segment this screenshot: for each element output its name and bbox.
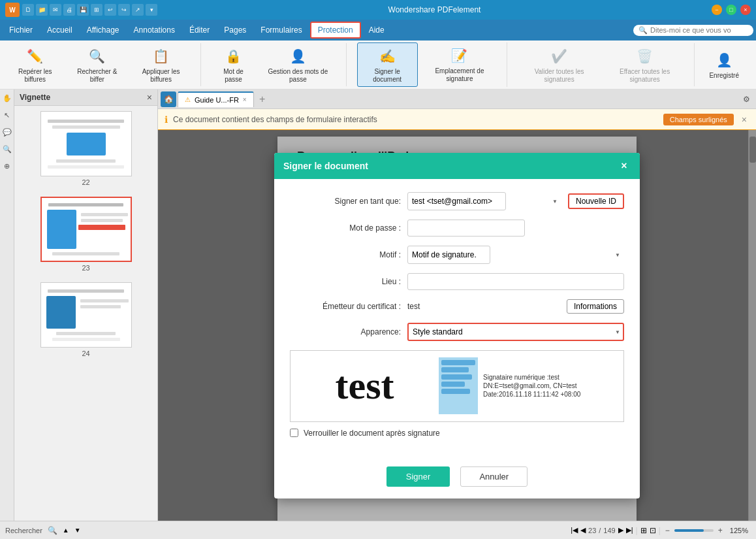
menu-annotations[interactable]: Annotations <box>127 23 181 37</box>
valider-signatures-button[interactable]: ✔️ Valider toutes les signatures <box>518 43 601 86</box>
fit-page-button[interactable]: ⊡ <box>650 526 656 535</box>
save-icon[interactable]: 💾 <box>77 4 89 16</box>
tab-label: Guide U...-FR <box>195 96 239 104</box>
minimize-button[interactable]: − <box>712 5 722 15</box>
tab-close-button[interactable]: × <box>243 96 247 103</box>
password-row: Mot de passe : <box>290 220 624 237</box>
menu-fichier[interactable]: Fichier <box>3 23 39 37</box>
signer-select[interactable]: test <tset@gmail.com> <box>407 192 506 210</box>
rechercher-biffer-label: Rechercher & biffer <box>72 68 123 84</box>
page-next-button[interactable]: ▶ <box>618 526 623 534</box>
emplacement-icon: 📝 <box>449 45 470 66</box>
enregistre-button[interactable]: 👤 Enregistré <box>705 47 743 82</box>
undo-icon[interactable]: ↩ <box>104 4 116 16</box>
tool-select[interactable]: ↖ <box>1 109 13 121</box>
scan-icon[interactable]: ⊞ <box>91 4 102 16</box>
page-prev-button[interactable]: ◀ <box>580 526 586 534</box>
menu-aide[interactable]: Aide <box>362 23 391 37</box>
emplacement-signature-button[interactable]: 📝 Emplacement de signature <box>420 42 499 87</box>
apparence-label-text: Apparence: <box>290 327 401 336</box>
tab-guide[interactable]: ⚠ Guide U...-FR × <box>178 91 254 107</box>
search-box[interactable]: 🔍 <box>633 25 753 36</box>
menu-editer[interactable]: Éditer <box>183 23 216 37</box>
print-icon[interactable]: 🖨 <box>63 4 75 16</box>
menu-affichage[interactable]: Affichage <box>80 23 126 37</box>
annuler-button[interactable]: Annuler <box>460 466 528 487</box>
thumbnail-panel: Vignette × 22 <box>14 90 158 521</box>
password-input[interactable] <box>407 220 525 237</box>
close-button[interactable]: × <box>740 5 751 15</box>
appliquer-biffures-button[interactable]: 📋 Appliquer les biffures <box>129 43 193 86</box>
lock-checkbox[interactable] <box>290 429 298 437</box>
sig-line1: Signataire numérique :test <box>483 374 618 381</box>
redo-icon[interactable]: ↪ <box>118 4 130 16</box>
thumb-img-22 <box>40 111 132 176</box>
menu-formulaires[interactable]: Formulaires <box>254 23 308 37</box>
thumbnail-page-22[interactable]: 22 <box>17 108 155 189</box>
fit-width-button[interactable]: ⊞ <box>640 526 647 535</box>
page-first-button[interactable]: |◀ <box>571 526 578 534</box>
thumbnail-close-button[interactable]: × <box>147 92 152 103</box>
rechercher-biffer-button[interactable]: 🔍 Rechercher & biffer <box>68 43 127 86</box>
tool-zoom[interactable]: ⊕ <box>1 160 13 172</box>
home-button[interactable]: 🏠 <box>161 91 176 107</box>
pdf-area: Personnaliser l'iPad ...accueil et en le… <box>158 130 756 521</box>
tool-search[interactable]: 🔍 <box>1 143 13 155</box>
share-icon[interactable]: ↗ <box>132 4 144 16</box>
dialog-overlay: Signer le document × Signer en tant que:… <box>158 130 756 521</box>
thumb-img-24 <box>40 282 132 348</box>
menu-protection[interactable]: Protection <box>310 22 361 39</box>
signer-document-button[interactable]: ✍️ Signer le document <box>357 42 418 87</box>
email-icon[interactable]: ✉ <box>50 4 61 16</box>
dropdown-icon[interactable]: ▾ <box>146 4 157 16</box>
status-bar: Rechercher 🔍 ▲ ▼ |◀ ◀ 23 / 149 ▶ ▶| | ⊞ … <box>0 521 756 539</box>
apparence-select[interactable]: Style standard <box>407 323 624 341</box>
effacer-signatures-button[interactable]: 🗑️ Effacer toutes les signatures <box>603 43 687 86</box>
menu-accueil[interactable]: Accueil <box>40 23 79 37</box>
appliquer-label: Appliquer les biffures <box>133 68 189 84</box>
zoom-slider[interactable] <box>674 529 714 532</box>
champs-surlignés-button[interactable]: Champs surlignés <box>663 114 734 125</box>
mot-de-passe-button[interactable]: 🔒 Mot de passe <box>212 43 255 86</box>
search-icon-status[interactable]: 🔍 <box>48 526 57 535</box>
dialog-title: Signer le document <box>283 161 368 171</box>
nouvelle-id-button[interactable]: Nouvelle ID <box>568 193 624 209</box>
sig-right-info: Signataire numérique :test DN:E=tset@gma… <box>478 368 623 403</box>
left-tools: ✋ ↖ 💬 🔍 ⊕ <box>0 90 14 521</box>
signer-button[interactable]: Signer <box>386 466 450 487</box>
zoom-in-button[interactable]: + <box>716 526 725 535</box>
rechercher-biffer-icon: 🔍 <box>87 46 108 67</box>
title-bar: W 🗋 📁 ✉ 🖨 💾 ⊞ ↩ ↪ ↗ ▾ Wondershare PDFele… <box>0 0 756 20</box>
window-controls: − □ × <box>712 5 751 15</box>
tool-hand[interactable]: ✋ <box>1 92 13 104</box>
reperer-biffures-button[interactable]: ✏️ Repérer les biffures <box>5 43 65 86</box>
page-last-button[interactable]: ▶| <box>626 526 633 534</box>
thumbnail-page-23[interactable]: 23 <box>17 194 155 274</box>
new-tab-button[interactable]: + <box>255 92 270 106</box>
prev-result-button[interactable]: ▲ <box>63 527 69 534</box>
lock-checkbox-row: Verrouiller le document après signature <box>290 429 624 438</box>
tab-bar: 🏠 ⚠ Guide U...-FR × + ⚙ <box>158 90 756 109</box>
thumbnail-header: Vignette × <box>14 90 157 106</box>
dialog-close-button[interactable]: × <box>618 159 631 172</box>
notification-close-button[interactable]: × <box>739 114 749 125</box>
search-input[interactable] <box>650 26 748 34</box>
informations-button[interactable]: Informations <box>567 299 624 314</box>
thumbnail-page-24[interactable]: 24 <box>17 280 155 360</box>
maximize-button[interactable]: □ <box>726 5 736 15</box>
title-bar-left: W 🗋 📁 ✉ 🖨 💾 ⊞ ↩ ↪ ↗ ▾ <box>5 3 157 17</box>
motif-select[interactable]: Motif de signature. <box>407 246 490 264</box>
new-icon[interactable]: 🗋 <box>22 4 34 16</box>
app-logo: W <box>5 3 20 17</box>
next-result-button[interactable]: ▼ <box>74 527 81 534</box>
thumbnail-scroll[interactable]: 22 <box>14 106 157 521</box>
open-icon[interactable]: 📁 <box>36 4 48 16</box>
lieu-input[interactable] <box>407 273 624 290</box>
zoom-out-button[interactable]: − <box>663 526 672 535</box>
thumb-num-23: 23 <box>82 264 89 272</box>
quick-access-toolbar: 🗋 📁 ✉ 🖨 💾 ⊞ ↩ ↪ ↗ ▾ <box>22 4 157 16</box>
tab-settings-button[interactable]: ⚙ <box>739 92 753 106</box>
menu-pages[interactable]: Pages <box>217 23 253 37</box>
gestion-mots-passe-button[interactable]: 👤 Gestion des mots de passe <box>258 43 338 86</box>
tool-comment[interactable]: 💬 <box>1 126 13 138</box>
